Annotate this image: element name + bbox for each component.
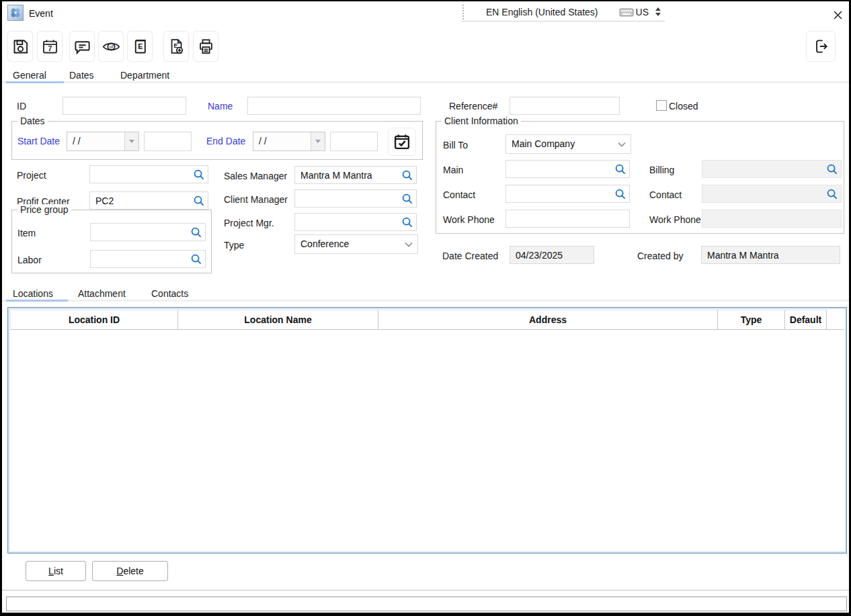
- date-created-label: Date Created: [442, 251, 498, 261]
- svg-text:E: E: [138, 42, 143, 50]
- apply-dates-button[interactable]: [388, 128, 416, 156]
- client-manager-input[interactable]: [294, 189, 417, 208]
- date-created-value: 04/23/2025: [516, 250, 563, 261]
- calendar-icon: 7: [41, 38, 59, 56]
- langbar-options-icon[interactable]: [655, 7, 661, 16]
- start-date-dropdown-icon[interactable]: [124, 132, 138, 150]
- profit-center-input[interactable]: PC2: [89, 191, 208, 210]
- search-icon[interactable]: [191, 254, 202, 265]
- column-header-location-name[interactable]: Location Name: [178, 310, 378, 330]
- tab-department[interactable]: Department: [120, 70, 169, 81]
- reference-label: Reference#: [449, 101, 497, 112]
- column-header-default[interactable]: Default: [785, 310, 827, 330]
- search-icon[interactable]: [194, 169, 204, 180]
- contact-left-label: Contact: [443, 189, 475, 200]
- project-input[interactable]: [89, 165, 208, 183]
- app-icon: [7, 5, 24, 21]
- save-icon: [11, 38, 30, 56]
- close-icon: [833, 10, 843, 20]
- column-header-filler: [827, 310, 844, 330]
- keyboard-layout-label[interactable]: US: [636, 7, 649, 17]
- chevron-down-icon: [405, 242, 413, 247]
- project-label: Project: [17, 170, 46, 181]
- search-icon[interactable]: [191, 227, 202, 238]
- new-event-button[interactable]: E: [163, 31, 189, 62]
- calendar-check-icon: [393, 132, 411, 151]
- closed-label: Closed: [669, 101, 698, 112]
- sales-manager-input[interactable]: Mantra M Mantra: [294, 166, 417, 184]
- language-bar[interactable]: EN English (United States) US: [461, 3, 665, 21]
- type-label: Type: [224, 240, 244, 251]
- tab-locations[interactable]: Locations: [13, 288, 53, 299]
- search-icon[interactable]: [194, 195, 204, 206]
- billing-label: Billing: [649, 165, 674, 175]
- labor-input[interactable]: [90, 250, 206, 268]
- event-document-icon: E: [131, 38, 149, 56]
- end-date-combo[interactable]: / /: [253, 132, 325, 151]
- search-icon[interactable]: [402, 193, 413, 204]
- end-date-dropdown-icon[interactable]: [311, 132, 325, 150]
- view-userfields-icon: uf: [102, 38, 121, 56]
- created-by-value: Mantra M Mantra: [707, 250, 779, 261]
- tab-attachment[interactable]: Attachment: [78, 288, 126, 299]
- billing-work-phone-input[interactable]: [702, 210, 842, 228]
- start-date-combo[interactable]: / /: [67, 132, 139, 151]
- view-userfields-button[interactable]: uf: [98, 31, 124, 62]
- type-select[interactable]: Conference: [294, 234, 418, 254]
- reference-input[interactable]: [510, 97, 620, 115]
- dates-groupbox: Dates Start Date / / End Date / /: [11, 121, 423, 160]
- end-time-input[interactable]: [330, 132, 378, 151]
- language-label[interactable]: EN English (United States): [465, 7, 619, 17]
- main-work-phone-input[interactable]: [505, 210, 630, 228]
- chevron-down-icon: [618, 142, 626, 147]
- name-input[interactable]: [247, 97, 421, 115]
- billing-company-input[interactable]: [702, 160, 842, 178]
- bill-to-label: Bill To: [443, 140, 468, 150]
- keyboard-icon: [619, 7, 634, 17]
- tab-general[interactable]: General: [13, 70, 46, 81]
- sign-out-icon: [812, 38, 829, 55]
- lower-active-tab-indicator: [6, 300, 68, 302]
- start-time-input[interactable]: [144, 132, 192, 151]
- print-icon: [197, 38, 215, 56]
- search-icon[interactable]: [615, 189, 626, 200]
- comment-icon: [73, 38, 91, 56]
- tab-dates[interactable]: Dates: [69, 70, 94, 81]
- search-icon[interactable]: [402, 217, 413, 228]
- billing-contact-input[interactable]: [702, 185, 842, 203]
- item-input[interactable]: [90, 223, 206, 241]
- closed-checkbox[interactable]: [656, 100, 667, 111]
- column-header-address[interactable]: Address: [378, 310, 718, 330]
- sign-out-button[interactable]: [806, 31, 836, 62]
- id-input[interactable]: [63, 97, 186, 115]
- locations-table-body[interactable]: [10, 330, 844, 551]
- list-button[interactable]: List: [26, 561, 86, 581]
- price-group-legend: Price group: [17, 204, 71, 215]
- locations-table[interactable]: Location ID Location Name Address Type D…: [7, 307, 847, 554]
- main-company-input[interactable]: [505, 160, 630, 178]
- bill-to-select[interactable]: Main Company: [505, 134, 631, 154]
- search-icon[interactable]: [402, 170, 413, 181]
- print-button[interactable]: [193, 31, 218, 62]
- column-header-location-id[interactable]: Location ID: [10, 310, 178, 330]
- search-icon[interactable]: [827, 164, 838, 175]
- save-button[interactable]: [7, 31, 33, 62]
- app-icon-glyph: [9, 7, 22, 19]
- delete-button[interactable]: Delete: [92, 561, 168, 581]
- start-date-label: Start Date: [17, 136, 60, 146]
- main-contact-input[interactable]: [505, 185, 630, 203]
- search-icon[interactable]: [827, 189, 838, 200]
- close-button[interactable]: [829, 7, 846, 23]
- tab-contacts[interactable]: Contacts: [151, 288, 188, 299]
- client-manager-label: Client Manager: [224, 194, 288, 205]
- contact-right-label: Contact: [649, 189, 682, 200]
- project-mgr-label: Project Mgr.: [224, 218, 274, 228]
- event-document-button[interactable]: E: [127, 31, 153, 62]
- event-window: Event EN English (United States) US: [0, 0, 851, 616]
- bill-to-value: Main Company: [512, 138, 575, 149]
- search-icon[interactable]: [615, 164, 626, 175]
- column-header-type[interactable]: Type: [718, 310, 785, 330]
- comment-button[interactable]: [69, 31, 95, 62]
- project-mgr-input[interactable]: [294, 213, 417, 231]
- calendar-button[interactable]: 7: [37, 31, 63, 62]
